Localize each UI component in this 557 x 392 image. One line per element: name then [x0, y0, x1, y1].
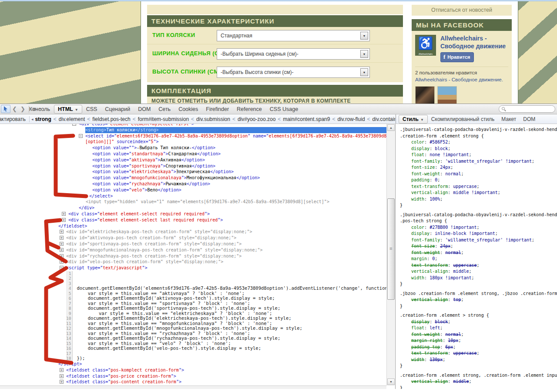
- css-property[interactable]: font-size: 24px;: [400, 164, 557, 171]
- breadcrumb-item[interactable]: fieldset.pos-tech: [92, 116, 130, 122]
- back-button[interactable]: ❮: [10, 105, 19, 113]
- tree-line[interactable]: <option value="velo">Вело</option>: [0, 187, 386, 193]
- tree-line[interactable]: +<fieldset class="pos-price creation-for…: [0, 373, 386, 379]
- tree-line[interactable]: [option][]" sourceindex="5">: [0, 139, 386, 145]
- breadcrumb-item[interactable]: div.container: [372, 116, 395, 122]
- facebook-page-link[interactable]: Allwheelchairs - Свободное движение: [440, 35, 508, 50]
- tree-line[interactable]: <input type="hidden" value="1" name="ele…: [0, 199, 386, 205]
- css-property[interactable]: font-weight: normal;: [400, 171, 557, 178]
- expand-icon[interactable]: +: [60, 230, 64, 234]
- tree-line[interactable]: </div>: [0, 205, 386, 211]
- css-property[interactable]: vertical-align: middle;: [400, 268, 557, 275]
- expand-icon[interactable]: +: [60, 254, 64, 258]
- inspect-element-button[interactable]: [1, 105, 10, 113]
- css-property[interactable]: display: block;: [400, 319, 557, 325]
- css-property[interactable]: margin: 0;: [400, 256, 557, 262]
- css-property[interactable]: text-transform: uppercase;: [400, 350, 557, 357]
- css-property[interactable]: vertical-align: top;: [400, 297, 557, 303]
- tree-line[interactable]: +<div id="sportivnaya-pos-tech creation-…: [0, 241, 386, 247]
- vertical-scrollbar[interactable]: ▲ ▼: [386, 124, 395, 385]
- tab-style[interactable]: Стиль▼: [399, 115, 428, 124]
- scroll-down-icon[interactable]: ▼: [387, 379, 395, 385]
- breadcrumb-item[interactable]: strong: [35, 116, 51, 122]
- breadcrumb-item[interactable]: div.submission: [196, 116, 230, 122]
- tree-line[interactable]: <option value="mnogofunkcionalnaya">Мног…: [0, 175, 386, 181]
- dropdown-arrow-icon[interactable]: ▼: [360, 50, 368, 58]
- facebook-like-button[interactable]: fНравится: [440, 52, 474, 62]
- expand-icon[interactable]: +: [62, 212, 66, 216]
- tab-dom[interactable]: DOM: [134, 105, 154, 114]
- css-property[interactable]: padding-top: 6px;: [400, 344, 557, 351]
- tab-html[interactable]: HTML▼: [54, 105, 82, 114]
- selected-tree-line[interactable]: <strong>Тип коляски</strong>: [0, 127, 386, 133]
- css-property[interactable]: display: block;: [400, 146, 557, 152]
- edit-button[interactable]: Редактировать: [0, 116, 30, 122]
- tab-layout[interactable]: Макет: [498, 115, 520, 123]
- breadcrumb-item[interactable]: form#item-submission: [138, 116, 189, 122]
- tree-line[interactable]: +<div id="elektricheskaya-pos-tech creat…: [0, 229, 386, 235]
- css-property[interactable]: font-family: 'willamette_sfregular' !imp…: [400, 237, 557, 244]
- expand-icon[interactable]: +: [60, 380, 64, 384]
- tab-reference[interactable]: Reference: [233, 105, 266, 114]
- scrollbar-thumb[interactable]: [387, 198, 395, 300]
- breadcrumb-item[interactable]: div.row-fluid: [337, 116, 365, 122]
- css-property[interactable]: text-transform: uppercase;: [400, 184, 557, 190]
- css-property[interactable]: vertical-align: middle !important;: [400, 190, 557, 196]
- css-property[interactable]: color: #586F52;: [400, 139, 557, 146]
- css-property[interactable]: padding: 0;: [400, 177, 557, 184]
- css-property[interactable]: font-size: 24px;: [400, 243, 557, 250]
- tree-line[interactable]: +<div id="aktivnoya-pos-tech creation-fo…: [0, 235, 386, 241]
- tree-line[interactable]: −<select id="elements6f39d176-a9e7-42b5-…: [0, 133, 386, 139]
- tree-line[interactable]: </fieldset>: [0, 223, 386, 229]
- css-property[interactable]: width: 130px;: [400, 357, 557, 363]
- expand-icon[interactable]: +: [60, 260, 64, 264]
- css-property[interactable]: margin-right: 10px;: [400, 338, 557, 344]
- css-property[interactable]: font-weight: normal;: [400, 332, 557, 338]
- css-property[interactable]: text-transform: uppercase;: [400, 262, 557, 269]
- unsubscribe-button[interactable]: Отписаться от новостей: [412, 5, 512, 16]
- tab-cookies[interactable]: Cookies: [174, 105, 202, 114]
- tree-line[interactable]: <option value="rychazhnaya">Рычажная</op…: [0, 181, 386, 187]
- facebook-page-link[interactable]: Allwheelchairs - Свободное движение.: [415, 77, 503, 82]
- tree-line[interactable]: −<div class="element element-myselect fi…: [0, 124, 386, 127]
- seat-width-select[interactable]: -Выбрать Ширина сиденья (см)- ▼: [217, 48, 370, 60]
- back-height-select[interactable]: -Выбрать Высота спинки (см)- ▼: [217, 67, 370, 78]
- expand-icon[interactable]: +: [60, 236, 64, 240]
- breadcrumb-item[interactable]: div#yoo-zoo.zoo: [238, 116, 275, 122]
- horizontal-scrollbar[interactable]: [0, 385, 386, 389]
- expand-icon[interactable]: +: [60, 248, 64, 252]
- search-input[interactable]: [499, 105, 555, 113]
- tree-line[interactable]: <option value="sportivnaya">Спортивная</…: [0, 163, 386, 169]
- collapse-icon[interactable]: −: [72, 124, 76, 126]
- breadcrumb-item[interactable]: div.element: [59, 116, 85, 122]
- css-property[interactable]: float: left;: [400, 325, 557, 332]
- css-property[interactable]: display: inline-block !important;: [400, 231, 557, 237]
- tree-line[interactable]: <option value="aktivnaya">Активная</opti…: [0, 157, 386, 163]
- tab-script[interactable]: Сценарий: [101, 105, 134, 114]
- css-property[interactable]: width: 180px !important;: [400, 275, 557, 281]
- expand-icon[interactable]: +: [62, 218, 66, 222]
- expand-icon[interactable]: +: [60, 242, 64, 246]
- collapse-icon[interactable]: −: [79, 134, 83, 138]
- fan-photo[interactable]: [437, 86, 457, 104]
- tree-line[interactable]: −<script type="text/javascript">: [0, 265, 386, 271]
- tree-line[interactable]: +<div class="element element-select last…: [0, 217, 386, 223]
- expand-icon[interactable]: +: [60, 374, 64, 378]
- type-select[interactable]: Стандартная ▼: [217, 30, 370, 41]
- css-property[interactable]: color: #27BB00 !important;: [400, 224, 557, 231]
- css-property[interactable]: font-family: 'willamette_sfregular' !imp…: [400, 158, 557, 165]
- fan-photo[interactable]: [415, 86, 435, 104]
- expand-icon[interactable]: +: [60, 368, 64, 372]
- tree-line[interactable]: +<fieldset class="pos-komplect creation-…: [0, 367, 386, 373]
- facebook-page-avatar[interactable]: ♿ Allwheelchairs: [415, 35, 436, 56]
- tab-net[interactable]: Сеть: [154, 105, 174, 114]
- css-property[interactable]: float: none !important;: [400, 152, 557, 158]
- scroll-left-icon[interactable]: ◂: [30, 117, 35, 121]
- tree-line[interactable]: <option value="standartnaya">Стандартная…: [0, 151, 386, 157]
- tree-line[interactable]: <option value="">-Выбрать Тип коляски-</…: [0, 145, 386, 151]
- tab-dom-side[interactable]: DOM: [520, 115, 539, 123]
- tree-line[interactable]: </script>: [0, 361, 386, 367]
- tab-computed-style[interactable]: Скомпилированный стиль: [428, 115, 498, 123]
- tab-firefinder[interactable]: Firefinder: [202, 105, 233, 114]
- css-property[interactable]: width: 100%;: [400, 196, 557, 203]
